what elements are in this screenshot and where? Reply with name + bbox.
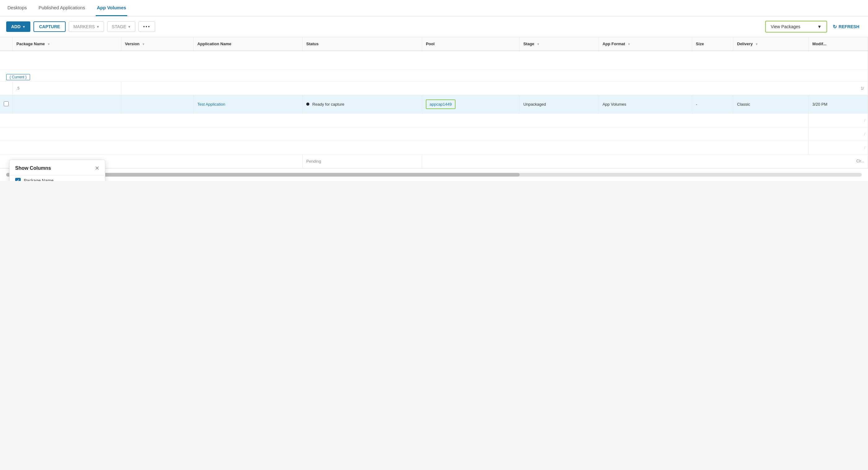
popup-title: Show Columns	[15, 166, 51, 171]
stage-filter-icon[interactable]: ▼	[537, 42, 540, 46]
col-pool-header: Pool	[422, 37, 520, 51]
pending-row: Pending Clr...	[0, 154, 868, 168]
packages-table: Package Name ▼ Version ▼ Application Nam…	[0, 37, 868, 168]
row-status: Ready for capture	[302, 95, 422, 113]
tab-published-applications[interactable]: Published Applications	[37, 0, 86, 16]
delivery-filter-icon[interactable]: ▼	[755, 42, 758, 46]
current-label-row: ( Current )	[0, 69, 868, 82]
add-arrow-icon: ▼	[22, 25, 25, 29]
row-stage: Unpackaged	[519, 95, 598, 113]
pending-status: Pending	[302, 154, 422, 168]
capture-button[interactable]: CAPTURE	[33, 21, 66, 32]
table-empty-row	[0, 51, 868, 69]
add-button[interactable]: ADD ▼	[6, 21, 30, 32]
row-pool[interactable]: appcap1449	[422, 95, 520, 113]
popup-close-button[interactable]: ✕	[95, 165, 99, 172]
tab-desktops[interactable]: Desktops	[6, 0, 28, 16]
refresh-icon: ↻	[833, 24, 837, 30]
col-app-format-header: App Format ▼	[598, 37, 692, 51]
horizontal-scrollbar[interactable]	[6, 173, 862, 177]
toolbar: ADD ▼ CAPTURE MARKERS ▼ STAGE ▼ ••• View…	[0, 17, 868, 37]
col-modified-header: Modif...	[809, 37, 868, 51]
status-dot-icon	[306, 102, 309, 106]
filler-row-3: /	[0, 141, 868, 154]
version-row: .5 1/	[0, 82, 868, 95]
add-label: ADD	[11, 24, 21, 29]
current-label: ( Current )	[6, 74, 30, 80]
col-version-header: Version ▼	[121, 37, 193, 51]
app-format-filter-icon[interactable]: ▼	[627, 42, 630, 46]
view-packages-arrow-icon: ▼	[817, 24, 822, 29]
stage-arrow-icon: ▼	[128, 25, 131, 29]
checkbox-package-name[interactable]	[15, 178, 21, 181]
col-application-name-header: Application Name	[193, 37, 303, 51]
view-packages-label: View Packages	[771, 24, 800, 29]
col-delivery-header: Delivery ▼	[733, 37, 809, 51]
col-status-header: Status	[302, 37, 422, 51]
column-toggle-package-name[interactable]: Package Name	[9, 176, 105, 181]
show-columns-popup: Show Columns ✕ Package Name Version Appl…	[9, 159, 105, 181]
view-packages-button[interactable]: View Packages ▼	[765, 21, 827, 32]
table-row[interactable]: Test Application Ready for capture appca…	[0, 95, 868, 113]
markers-label: MARKERS	[73, 24, 95, 29]
row-app-format: App Volumes	[598, 95, 692, 113]
tab-app-volumes[interactable]: App Volumes	[96, 0, 128, 16]
col-package-name-header: Package Name ▼	[13, 37, 121, 51]
version-filter-icon[interactable]: ▼	[142, 42, 145, 46]
col-checkbox-header	[0, 37, 13, 51]
stage-label: STAGE	[112, 24, 126, 29]
markers-arrow-icon: ▼	[96, 25, 99, 29]
row-version	[121, 95, 193, 113]
markers-button[interactable]: MARKERS ▼	[69, 21, 104, 32]
row-delivery: Classic	[733, 95, 809, 113]
row-application-name[interactable]: Test Application	[193, 95, 303, 113]
refresh-label: REFRESH	[839, 24, 859, 29]
row-size: -	[692, 95, 733, 113]
col-stage-header: Stage ▼	[519, 37, 598, 51]
filler-row-1: /	[0, 113, 868, 127]
main-content: Package Name ▼ Version ▼ Application Nam…	[0, 37, 868, 181]
top-navigation: Desktops Published Applications App Volu…	[0, 0, 868, 17]
row-checkbox[interactable]	[0, 95, 13, 113]
row-modified: 3/20 PM	[809, 95, 868, 113]
column-label-package-name: Package Name	[24, 178, 54, 181]
row-package-name	[13, 95, 121, 113]
popup-header: Show Columns ✕	[9, 160, 105, 176]
more-options-button[interactable]: •••	[138, 21, 155, 32]
packages-table-container: Package Name ▼ Version ▼ Application Nam…	[0, 37, 868, 168]
refresh-button[interactable]: ↻ REFRESH	[830, 21, 862, 32]
col-size-header: Size	[692, 37, 733, 51]
filler-row-2: /	[0, 127, 868, 141]
stage-button[interactable]: STAGE ▼	[107, 21, 135, 32]
package-name-filter-icon[interactable]: ▼	[47, 42, 50, 46]
